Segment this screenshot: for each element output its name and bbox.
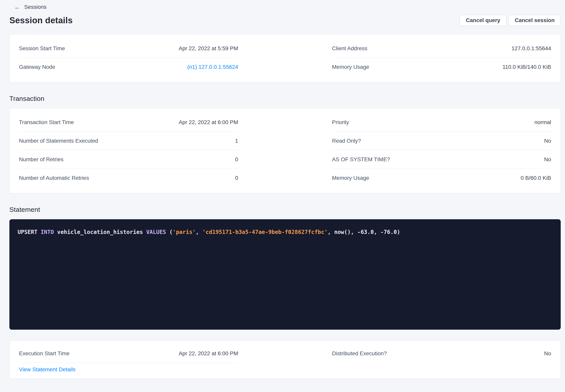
- statements-executed-row: Number of Statements Executed 1: [19, 131, 238, 150]
- view-statement-details-link[interactable]: View Statement Details: [19, 366, 75, 373]
- row-value: No: [544, 350, 551, 357]
- row-label: Priority: [332, 119, 349, 126]
- row-label: AS OF SYSTEM TIME?: [332, 156, 390, 163]
- priority-row: Priority normal: [332, 113, 551, 131]
- statement-sql-text: UPSERT INTO vehicle_location_histories V…: [18, 229, 400, 235]
- row-value: Apr 22, 2022 at 6:00 PM: [178, 119, 238, 126]
- arrow-left-icon: ←: [14, 4, 20, 10]
- row-label: Client Address: [332, 45, 367, 52]
- row-value: No: [544, 156, 551, 163]
- row-value: 1: [235, 138, 238, 144]
- sql-token: ,: [196, 229, 202, 235]
- session-start-time-row: Session Start Time Apr 22, 2022 at 5:59 …: [19, 39, 238, 58]
- page-header: Session details Cancel query Cancel sess…: [9, 15, 561, 26]
- page-title: Session details: [9, 15, 73, 25]
- row-value: Apr 22, 2022 at 6:00 PM: [178, 350, 238, 357]
- statement-heading: Statement: [9, 206, 561, 213]
- breadcrumb-label: Sessions: [24, 4, 46, 10]
- session-summary-card: Session Start Time Apr 22, 2022 at 5:59 …: [9, 34, 561, 82]
- execution-left-column: Execution Start Time Apr 22, 2022 at 6:0…: [19, 344, 238, 374]
- row-value: 0: [235, 175, 238, 181]
- view-statement-details-row: View Statement Details: [19, 363, 238, 374]
- row-label: Memory Usage: [332, 64, 369, 70]
- row-label: Distributed Execution?: [332, 350, 387, 357]
- sql-token: , now(), -63.0, -76.0): [328, 229, 400, 235]
- row-value: No: [544, 138, 551, 144]
- row-value: 0: [235, 156, 238, 163]
- row-label: Gateway Node: [19, 64, 55, 70]
- execution-right-column: Distributed Execution? No: [332, 344, 551, 374]
- distributed-execution-row: Distributed Execution? No: [332, 344, 551, 363]
- session-details-page: ← Sessions Session details Cancel query …: [0, 0, 565, 392]
- client-address-row: Client Address 127.0.0.1:55644: [332, 39, 551, 58]
- row-value: 127.0.0.1:55644: [512, 45, 551, 52]
- row-label: Number of Statements Executed: [19, 138, 98, 144]
- row-value: normal: [534, 119, 551, 126]
- sql-keyword-token: INTO: [41, 229, 54, 235]
- transaction-heading: Transaction: [9, 95, 561, 102]
- gateway-node-row: Gateway Node (n1) 127.0.0.1:55624: [19, 58, 238, 76]
- cancel-session-button[interactable]: Cancel session: [509, 15, 561, 26]
- row-label: Number of Retries: [19, 156, 63, 163]
- sql-token: (: [166, 229, 173, 235]
- session-memory-usage-row: Memory Usage 110.0 KiB/140.0 KiB: [332, 58, 551, 76]
- sql-string-token: 'cd195171-b3a5-47ae-9beb-f028627fcfbc': [202, 229, 328, 235]
- automatic-retries-row: Number of Automatic Retries 0: [19, 169, 238, 187]
- execution-summary-card: Execution Start Time Apr 22, 2022 at 6:0…: [9, 341, 561, 379]
- as-of-system-time-row: AS OF SYSTEM TIME? No: [332, 150, 551, 169]
- row-value: 0 B/60.0 KiB: [520, 175, 551, 181]
- cancel-query-button[interactable]: Cancel query: [460, 15, 506, 26]
- read-only-row: Read Only? No: [332, 131, 551, 150]
- sql-token: UPSERT: [18, 229, 41, 235]
- session-summary-left-column: Session Start Time Apr 22, 2022 at 5:59 …: [19, 39, 238, 76]
- row-label: Memory Usage: [332, 175, 369, 181]
- row-label: Session Start Time: [19, 45, 65, 52]
- execution-start-time-row: Execution Start Time Apr 22, 2022 at 6:0…: [19, 344, 238, 363]
- transaction-right-column: Priority normal Read Only? No AS OF SYST…: [332, 113, 551, 187]
- row-label: Read Only?: [332, 138, 361, 144]
- sql-token: vehicle_location_histories: [54, 229, 146, 235]
- transaction-left-column: Transaction Start Time Apr 22, 2022 at 6…: [19, 113, 238, 187]
- row-label: Number of Automatic Retries: [19, 175, 89, 181]
- session-summary-right-column: Client Address 127.0.0.1:55644 Memory Us…: [332, 39, 551, 76]
- statement-sql-box: UPSERT INTO vehicle_location_histories V…: [9, 219, 561, 330]
- row-value: 110.0 KiB/140.0 KiB: [502, 64, 551, 70]
- transaction-memory-usage-row: Memory Usage 0 B/60.0 KiB: [332, 169, 551, 187]
- breadcrumb-back-sessions[interactable]: ← Sessions: [14, 3, 46, 11]
- retries-row: Number of Retries 0: [19, 150, 238, 169]
- row-label: Execution Start Time: [19, 350, 69, 357]
- gateway-node-link[interactable]: (n1) 127.0.0.1:55624: [187, 64, 238, 70]
- transaction-summary-card: Transaction Start Time Apr 22, 2022 at 6…: [9, 108, 561, 193]
- row-value: Apr 22, 2022 at 5:59 PM: [178, 45, 238, 52]
- sql-string-token: 'paris': [173, 229, 196, 235]
- header-actions: Cancel query Cancel session: [460, 15, 561, 26]
- sql-keyword-token: VALUES: [146, 229, 166, 235]
- row-label: Transaction Start Time: [19, 119, 74, 126]
- transaction-start-time-row: Transaction Start Time Apr 22, 2022 at 6…: [19, 113, 238, 131]
